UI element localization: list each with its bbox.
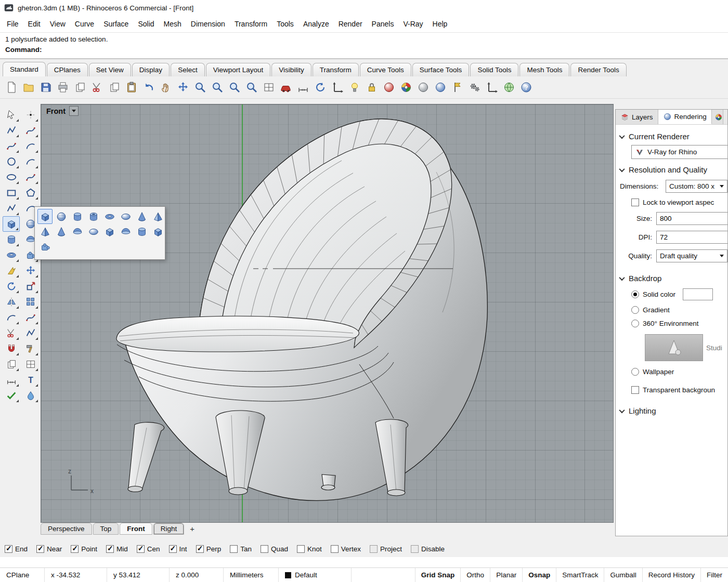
lock-objects-icon[interactable]	[363, 80, 380, 96]
osnap-near-checkbox[interactable]	[36, 545, 44, 553]
menu-view[interactable]: View	[45, 17, 70, 31]
status-button-grid-snap[interactable]: Grid Snap	[415, 568, 461, 582]
curve-interpolate-icon[interactable]	[22, 123, 39, 138]
osnap-disable[interactable]: Disable	[411, 545, 445, 553]
extend-curve-icon[interactable]	[22, 310, 39, 325]
viewport-tab-perspective[interactable]: Perspective	[41, 523, 92, 535]
rotate-view-icon[interactable]	[312, 80, 328, 96]
extrude-surface-icon[interactable]	[3, 247, 20, 263]
toolbar-tab-transform[interactable]: Transform	[313, 63, 359, 76]
toolbar-tab-render-tools[interactable]: Render Tools	[570, 63, 626, 76]
osnap-point[interactable]: Point	[71, 545, 97, 553]
status-button-ortho[interactable]: Ortho	[460, 568, 490, 582]
osnap-quad[interactable]: Quad	[261, 545, 288, 553]
menu-render[interactable]: Render	[334, 17, 367, 31]
viewport-title-menu-button[interactable]	[69, 106, 79, 116]
open-file-icon[interactable]	[20, 80, 36, 96]
osnap-point-checkbox[interactable]	[71, 545, 79, 553]
osnap-int[interactable]: Int	[169, 545, 187, 553]
solid-pyramid-icon[interactable]	[150, 209, 165, 224]
solid-cylinder-icon[interactable]	[70, 209, 85, 224]
distance-icon[interactable]	[295, 80, 311, 96]
osnap-knot[interactable]: Knot	[297, 545, 322, 553]
join-tool-icon[interactable]	[3, 341, 20, 356]
paste-icon[interactable]	[123, 80, 139, 96]
solid-prism-icon[interactable]	[134, 224, 149, 239]
group-objects-icon[interactable]	[3, 356, 20, 372]
ellipse-tool-icon[interactable]	[3, 169, 20, 185]
environment-radio[interactable]	[631, 320, 639, 327]
menu-transform[interactable]: Transform	[230, 17, 272, 31]
solid-cone-icon[interactable]	[54, 224, 69, 239]
dimensions-dropdown[interactable]: Custom: 800 x	[666, 180, 727, 193]
viewport-tab-front[interactable]: Front	[120, 523, 152, 535]
copy-to-clipboard-icon[interactable]	[72, 80, 88, 96]
toolbar-tab-visibility[interactable]: Visibility	[271, 63, 311, 76]
osnap-disable-checkbox[interactable]	[411, 545, 419, 553]
panel-tab-layers[interactable]: Layers	[616, 110, 658, 124]
pan-icon[interactable]	[158, 80, 174, 96]
menu-solid[interactable]: Solid	[133, 17, 159, 31]
status-button-filter[interactable]: Filter	[700, 568, 728, 582]
toolbar-tab-solid-tools[interactable]: Solid Tools	[470, 63, 518, 76]
solid-ellipsoid-half-icon[interactable]	[86, 224, 101, 239]
solid-torus-icon[interactable]	[102, 209, 117, 224]
lights-icon[interactable]	[346, 80, 362, 96]
toolbar-tab-display[interactable]: Display	[132, 63, 170, 76]
cut-icon[interactable]	[89, 80, 105, 96]
status-button-osnap[interactable]: Osnap	[522, 568, 556, 582]
circle-tool-icon[interactable]	[3, 154, 20, 169]
zoom-extents-icon[interactable]	[243, 80, 259, 96]
control-point-curve-icon[interactable]	[3, 138, 20, 154]
osnap-tan-checkbox[interactable]	[230, 545, 238, 553]
polygon-tool-icon[interactable]	[22, 185, 39, 201]
fillet-curves-icon[interactable]	[3, 310, 20, 325]
toolbar-tab-set-view[interactable]: Set View	[89, 63, 131, 76]
scale-tool-icon[interactable]	[22, 279, 39, 294]
toolbar-tab-viewport-layout[interactable]: Viewport Layout	[206, 63, 271, 76]
solid-cylinder-icon[interactable]	[3, 232, 20, 247]
quality-dropdown[interactable]: Draft quality	[656, 249, 727, 262]
toolbar-tab-standard[interactable]: Standard	[3, 62, 46, 76]
solid-hemisphere-icon[interactable]	[118, 224, 133, 239]
menu-surface[interactable]: Surface	[99, 17, 133, 31]
zoom-dynamic-icon[interactable]	[192, 80, 208, 96]
menu-analyze[interactable]: Analyze	[298, 17, 334, 31]
osnap-mid-checkbox[interactable]	[106, 545, 114, 553]
solid-slab-icon[interactable]	[102, 224, 117, 239]
geolocation-icon[interactable]	[501, 80, 517, 96]
named-views-icon[interactable]	[278, 80, 294, 96]
single-point-icon[interactable]	[22, 107, 39, 123]
add-viewport-tab-button[interactable]: +	[185, 523, 199, 535]
osnap-perp-checkbox[interactable]	[196, 545, 204, 553]
section-current-renderer[interactable]: Current Renderer	[620, 132, 727, 141]
solid-tube-icon[interactable]	[86, 209, 101, 224]
solid-pyramid-4-icon[interactable]	[37, 224, 53, 239]
front-viewport[interactable]: z x Front	[41, 104, 614, 523]
explode-tool-icon[interactable]	[22, 341, 39, 356]
zoom-window-icon[interactable]	[209, 80, 225, 96]
panel-tab-partial[interactable]	[712, 110, 723, 124]
menu-panels[interactable]: Panels	[367, 17, 399, 31]
render-icon[interactable]	[381, 80, 397, 96]
menu-file[interactable]: File	[2, 17, 23, 31]
osnap-near[interactable]: Near	[36, 545, 62, 553]
move-tool-icon[interactable]	[22, 263, 39, 279]
mirror-tool-icon[interactable]	[3, 294, 20, 310]
status-cplane[interactable]: CPlane	[0, 568, 45, 582]
osnap-end-checkbox[interactable]	[5, 545, 12, 553]
menu-dimension[interactable]: Dimension	[186, 17, 230, 31]
osnap-mid[interactable]: Mid	[106, 545, 128, 553]
help-icon[interactable]	[518, 80, 534, 96]
menu-tools[interactable]: Tools	[272, 17, 298, 31]
solid-sphere-icon[interactable]	[54, 209, 69, 224]
osnap-vertex-checkbox[interactable]	[331, 545, 339, 553]
solid-color-swatch[interactable]	[683, 288, 713, 300]
viewport-tab-right[interactable]: Right	[153, 523, 185, 535]
dimension-tool-icon[interactable]	[3, 372, 20, 388]
osnap-project-checkbox[interactable]	[370, 545, 378, 553]
toolbar-tab-surface-tools[interactable]: Surface Tools	[412, 63, 470, 76]
status-button-smarttrack[interactable]: SmartTrack	[556, 568, 604, 582]
dpi-input[interactable]	[656, 231, 727, 244]
osnap-cen[interactable]: Cen	[137, 545, 160, 553]
